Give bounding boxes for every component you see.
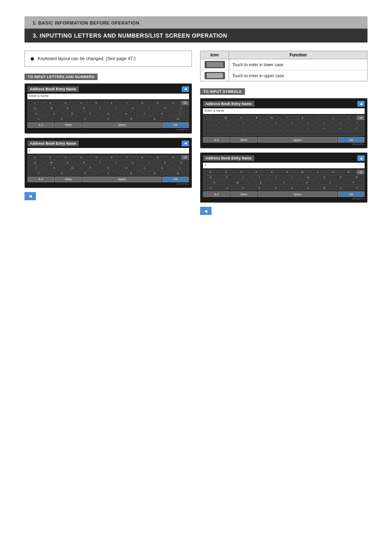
kb-space-btn-1[interactable]: Space [82, 122, 162, 128]
key-4-s2[interactable]: 4 [74, 155, 89, 160]
key-y[interactable]: Y [109, 106, 125, 111]
key-p-s2[interactable]: P [173, 160, 189, 165]
sym-key-5[interactable]: % [264, 115, 279, 120]
key-2[interactable]: 2 [43, 101, 58, 105]
kb-back-btn-4[interactable]: ◀ [357, 155, 365, 161]
sym-key-27[interactable]: / [300, 126, 316, 131]
key-q-s2[interactable]: Q [27, 160, 43, 165]
key-a-s2[interactable]: A [27, 166, 45, 170]
kb-az-btn-1[interactable]: A-Z [27, 122, 54, 128]
key-i-s2[interactable]: I [141, 160, 157, 165]
sym-key-19[interactable]: | [333, 121, 349, 125]
key-e[interactable]: E [60, 106, 76, 111]
sym2-key-34[interactable]: å [300, 186, 316, 190]
kb-az-btn-3[interactable]: A-Z [203, 137, 230, 143]
sym-key-10[interactable]: ) [341, 115, 356, 120]
kb-space-btn-2[interactable]: Space [82, 177, 162, 182]
key-g-s2[interactable]: G [99, 166, 117, 170]
sym-key-1[interactable]: ! [203, 115, 218, 120]
kb-back-btn-3[interactable]: ◀ [357, 101, 365, 107]
key-3-s2[interactable]: 3 [58, 155, 73, 160]
key-k-s2[interactable]: K [154, 166, 171, 170]
key-y-s2[interactable]: Y [109, 160, 125, 165]
sym-key-2[interactable]: @ [218, 115, 234, 120]
key-r[interactable]: R [76, 106, 92, 111]
kb-other-btn-1[interactable]: Other [55, 122, 82, 128]
key-k[interactable]: K [154, 111, 171, 116]
sym2-key-8[interactable]: Ç [310, 170, 325, 175]
key-w-s2[interactable]: W [44, 160, 60, 165]
sym-key-30[interactable]: ? [349, 126, 365, 131]
key-8[interactable]: 8 [135, 101, 150, 105]
key-2-s2[interactable]: 2 [43, 155, 58, 160]
kb-input-2[interactable]: L [27, 148, 189, 154]
key-n-s2[interactable]: N [143, 171, 166, 176]
key-9-s2[interactable]: 9 [150, 155, 165, 160]
sym2-key-7[interactable]: Æ [295, 170, 310, 175]
back-arrow-left[interactable]: ◀ [24, 192, 36, 200]
kb-input-3[interactable]: Enter a name [203, 108, 365, 114]
sym2-key-2[interactable]: Á [218, 170, 234, 175]
kb-ok-btn-4[interactable]: OK [338, 191, 365, 197]
key-t-s2[interactable]: T [92, 160, 108, 165]
sym2-key-33[interactable]: à [284, 186, 300, 190]
key-n[interactable]: N [143, 116, 166, 121]
key-o-s2[interactable]: O [157, 160, 173, 165]
sym-key-20[interactable]: \ [349, 121, 365, 125]
sym2-key-10[interactable]: Ê [341, 170, 356, 175]
kb-back-btn-2[interactable]: ◀ [182, 141, 189, 146]
sym-key-25[interactable]: , [268, 126, 284, 131]
sym-key-23[interactable]: ' [235, 126, 251, 131]
key-h[interactable]: H [118, 111, 135, 116]
key-0-s2[interactable]: 0 [165, 155, 180, 160]
sym2-key-26[interactable]: Ù [319, 180, 342, 185]
sym-key-7[interactable]: & [295, 115, 310, 120]
sym-key-21[interactable]: ; [203, 126, 219, 131]
sym2-key-30[interactable]: á [235, 186, 251, 190]
sym2-key-17[interactable]: Ñ [300, 175, 316, 180]
key-p[interactable]: P [173, 106, 189, 111]
sym2-key-18[interactable]: Ö [316, 175, 332, 180]
key-a[interactable]: A [27, 111, 45, 116]
key-e-s2[interactable]: E [60, 160, 76, 165]
sym2-key-14[interactable]: Î [252, 175, 267, 180]
key-s-s2[interactable]: S [45, 166, 63, 170]
sym2-key-12[interactable]: È [219, 175, 235, 180]
key-5-s2[interactable]: 5 [89, 155, 104, 160]
key-1-s2[interactable]: 1 [27, 155, 42, 160]
kb-space-btn-3[interactable]: Space [258, 137, 337, 143]
key-z[interactable]: Z [27, 116, 50, 121]
kb-back-btn-1[interactable]: ◀ [182, 86, 189, 92]
sym2-key-22[interactable]: Ø [226, 180, 249, 185]
key-u[interactable]: U [125, 106, 140, 111]
kb-ok-btn-1[interactable]: OK [162, 122, 189, 128]
sym-key-18[interactable]: } [316, 121, 332, 125]
key-9[interactable]: 9 [150, 101, 165, 105]
key-x[interactable]: X [51, 116, 74, 121]
key-j[interactable]: J [136, 111, 153, 116]
sym2-key-1[interactable]: Ā [203, 170, 218, 175]
key-l[interactable]: L [172, 111, 189, 116]
key-d[interactable]: D [63, 111, 81, 116]
key-i[interactable]: I [141, 106, 157, 111]
sym2-key-36[interactable]: ç [333, 186, 349, 190]
sym2-key-37[interactable]: é [349, 186, 365, 190]
key-8-s2[interactable]: 8 [135, 155, 150, 160]
key-q[interactable]: Q [27, 106, 43, 111]
key-j-s2[interactable]: J [136, 166, 153, 170]
sym2-key-4[interactable]: Ä [249, 170, 264, 175]
kb-space-btn-4[interactable]: Space [258, 191, 337, 197]
sym-key-4[interactable]: $ [249, 115, 264, 120]
sym2-key-27[interactable]: Ý [342, 180, 365, 185]
sym-key-9[interactable]: ( [326, 115, 341, 120]
key-f[interactable]: F [81, 111, 99, 116]
sym2-key-31[interactable]: â [252, 186, 267, 190]
sym-key-22[interactable]: : [219, 126, 235, 131]
sym2-key-9[interactable]: É [326, 170, 341, 175]
kb-input-4[interactable]: 1 [203, 163, 365, 168]
sym-key-28[interactable]: < [316, 126, 332, 131]
back-arrow-right[interactable]: ◀ [200, 207, 212, 215]
sym2-key-6[interactable]: Å [280, 170, 295, 175]
key-4[interactable]: 4 [74, 101, 89, 105]
sym2-key-23[interactable]: Ú [249, 180, 272, 185]
